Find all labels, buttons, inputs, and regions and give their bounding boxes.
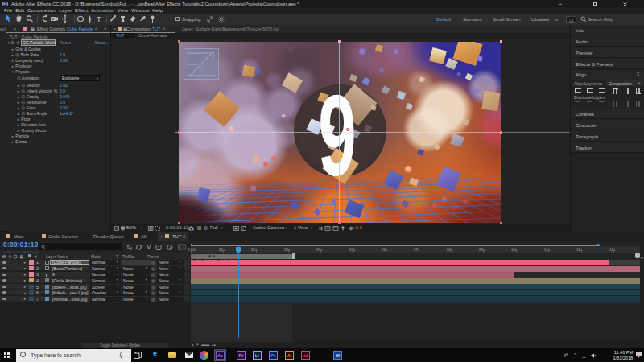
svg-text:T: T — [97, 15, 101, 23]
